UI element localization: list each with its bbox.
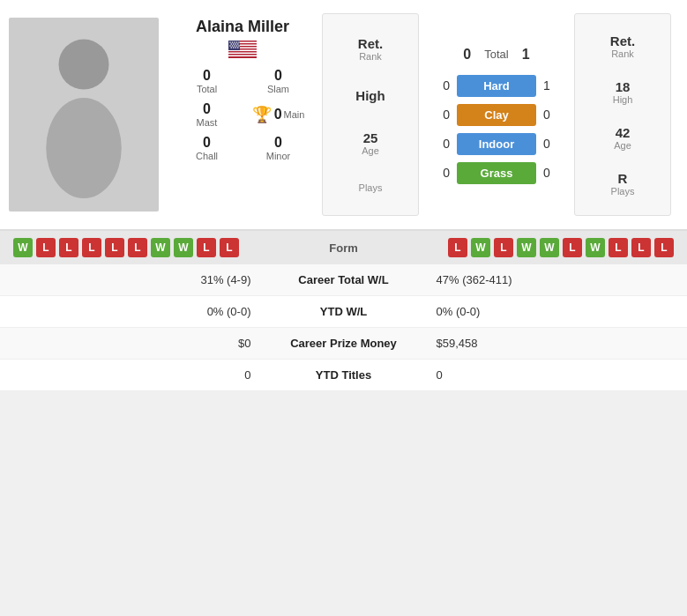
grass-surface-row: 0 Grass 0 [423,162,570,184]
form-badge-left: W [13,238,33,257]
svg-point-12 [234,41,235,43]
svg-point-11 [232,41,234,43]
indoor-surface-btn: Indoor [457,133,536,155]
left-age-label: Age [362,145,379,156]
right-player-name: Alexandra Stevenson [680,18,687,55]
svg-point-0 [59,40,109,90]
left-minor-value: 0 [246,135,310,151]
hard-surface-btn: Hard [457,75,536,97]
ytd-titles-label: YTD Titles [265,368,423,382]
clay-surface-btn: Clay [457,104,536,126]
form-badge-left: L [220,238,239,257]
ytd-titles-right: 0 [423,368,670,382]
grass-left-score: 0 [423,166,450,180]
right-chall-stat: 0 Chall [680,151,687,182]
total-label: Total [484,48,508,61]
left-slam-value: 0 [246,68,310,84]
svg-rect-7 [228,53,257,55]
left-player-name: Alaina Miller [196,18,289,36]
form-badge-right: W [540,238,559,257]
form-badge-left: W [174,238,193,257]
form-label: Form [309,241,379,255]
svg-point-1 [46,98,122,198]
form-badge-right: L [631,238,651,257]
svg-point-18 [237,43,239,45]
left-chall-label: Chall [175,151,239,161]
left-rank-label: Rank [358,51,383,62]
svg-point-15 [230,43,232,45]
left-mast-stat: 0 Mast [172,99,242,130]
form-section: WLLLLLWWLL Form LWLWWLWLLL [0,230,687,264]
svg-point-19 [229,45,231,47]
form-badge-left: L [128,238,147,257]
right-high-value: 18 [613,79,633,94]
main-container: Alaina Miller [0,0,687,391]
right-mast-value: 0 [683,120,687,136]
svg-point-17 [235,43,236,45]
right-rank-label: Rank [610,48,635,59]
svg-point-23 [238,45,240,47]
right-plays-label: Plays [611,186,635,197]
grass-right-score: 0 [543,166,570,180]
form-badge-right: L [609,238,628,257]
form-badge-right: W [586,238,605,257]
ytd-wl-row: 0% (0-0) YTD W/L 0% (0-0) [0,296,687,328]
svg-rect-8 [228,56,257,57]
total-row: 0 Total 1 [423,47,570,63]
svg-point-14 [238,41,240,43]
left-slam-stat: 0 Slam [243,65,313,97]
left-trophy-icon: 🏆 [252,105,272,124]
form-badge-left: L [59,238,78,257]
career-prize-right: $59,458 [423,337,670,350]
left-total-value: 0 [175,68,239,84]
right-rank-stat: Ret. Rank [610,33,635,59]
surface-section: 0 Total 1 0 Hard 1 0 Clay 0 [423,9,570,220]
left-chall-value: 0 [175,135,239,151]
right-age-label: Age [614,140,631,151]
left-minor-stat: 0 Minor [243,132,313,164]
form-badge-right: L [494,238,513,257]
form-badge-left: L [36,238,56,257]
left-total-label: Total [175,84,239,94]
career-total-row: 31% (4-9) Career Total W/L 47% (362-411) [0,264,687,296]
total-left-score: 0 [463,47,471,63]
center-column: Ret. Rank High 25 Age Plays 0 [317,9,676,220]
left-high-stat: High [355,88,385,103]
right-high-label: High [613,94,633,105]
career-prize-label: Career Prize Money [265,337,423,350]
right-age-value: 42 [614,125,631,140]
svg-point-27 [237,47,239,48]
clay-right-score: 0 [543,108,570,122]
svg-point-21 [234,45,235,47]
svg-point-20 [232,45,234,47]
right-plays-value: R [611,171,635,186]
indoor-surface-row: 0 Indoor 0 [423,133,570,155]
right-mast-label: Mast [683,136,687,146]
clay-surface-row: 0 Clay 0 [423,104,570,126]
hard-right-score: 1 [543,78,570,93]
form-left: WLLLLLWWLL [13,238,309,257]
right-center-box: Ret. Rank 18 High 42 Age R Plays [574,13,671,216]
form-badge-right: W [471,238,490,257]
form-badge-left: L [197,238,216,257]
right-stats-grid: 0 Total 0 Slam 0 Mast 🏆 0 Main 0 [680,84,687,182]
left-slam-label: Slam [246,84,310,94]
left-minor-label: Minor [246,151,310,161]
left-age-stat: 25 Age [362,130,379,156]
form-badge-left: L [82,238,101,257]
svg-point-25 [233,47,235,48]
left-high-value: High [355,88,385,103]
left-trophy: 🏆 0 Main [243,99,313,130]
right-total-stat: 0 Total [680,84,687,115]
left-mast-value: 0 [175,101,239,117]
ytd-wl-label: YTD W/L [265,305,423,318]
ytd-wl-right: 0% (0-0) [423,305,670,318]
form-badge-right: W [517,238,536,257]
svg-point-24 [230,47,232,48]
svg-point-16 [233,43,235,45]
right-plays-stat: R Plays [611,171,635,197]
right-player-info: Alexandra Stevenson [676,9,687,220]
left-age-value: 25 [362,130,379,145]
left-rank-ret: Ret. [358,36,383,51]
indoor-left-score: 0 [423,137,450,151]
